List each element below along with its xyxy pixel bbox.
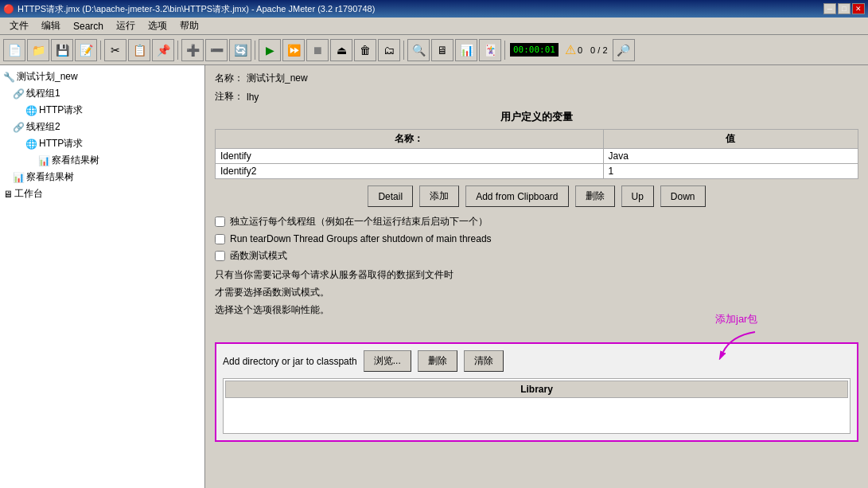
classpath-delete-button[interactable]: 删除	[418, 350, 457, 372]
tree-panel: 🔧 测试计划_new 🔗 线程组1 🌐 HTTP请求 🔗 线程组2 🌐 HTTP…	[0, 65, 205, 488]
toolbar-refresh-button[interactable]: 🔄	[229, 39, 251, 61]
col-value: 值	[603, 130, 858, 149]
menu-file[interactable]: 文件	[3, 18, 35, 34]
checkbox-row-2: Run tearDown Thread Groups after shutdow…	[215, 233, 858, 244]
result1-label: 察看结果树	[52, 154, 99, 167]
add-button[interactable]: 添加	[419, 185, 459, 207]
toolbar-zoom-button[interactable]: 🔎	[613, 39, 635, 61]
toolbar-clear-all-button[interactable]: 🗂	[378, 39, 400, 61]
result2-icon: 📊	[13, 172, 25, 183]
close-button[interactable]: ✕	[852, 3, 865, 14]
app-icon: 🔴	[3, 4, 14, 14]
menu-run[interactable]: 运行	[110, 18, 142, 34]
toolbar-cut-button[interactable]: ✂	[104, 39, 127, 61]
minimize-button[interactable]: ─	[823, 3, 836, 14]
toolbar-copy-button[interactable]: 📋	[128, 39, 150, 61]
tree-item-tg1[interactable]: 🔗 线程组1	[0, 85, 204, 102]
tree-item-workbench[interactable]: 🖥 工作台	[0, 185, 204, 202]
toolbar-search-button[interactable]: 🔍	[407, 39, 430, 61]
toolbar-start-no-pause-button[interactable]: ⏩	[282, 39, 305, 61]
menu-bar: 文件 编辑 Search 运行 选项 帮助	[0, 18, 868, 35]
toolbar-collapse-button[interactable]: ➖	[205, 39, 228, 61]
cb1-label: 独立运行每个线程组（例如在一个组运行结束后启动下一个）	[230, 215, 488, 228]
tg1-label: 线程组1	[26, 87, 60, 100]
tg1-icon: 🔗	[13, 88, 25, 100]
http2-icon: 🌐	[25, 139, 37, 150]
col-name: 名称：	[216, 130, 604, 149]
toolbar-expand-button[interactable]: ➕	[181, 39, 204, 61]
table-row[interactable]: Identify Java	[216, 149, 858, 164]
content-panel: 名称： 测试计划_new 注释： lhy 用户定义的变量 名称： 值	[205, 65, 868, 488]
row2-value: 1	[603, 164, 858, 179]
warning-icon: ⚠	[565, 42, 576, 57]
menu-search[interactable]: Search	[67, 19, 110, 33]
toolbar-save-button[interactable]: 💾	[51, 39, 73, 61]
page-counter: 0 / 2	[587, 45, 610, 55]
toolbar: 📄 📁 💾 📝 ✂ 📋 📌 ➕ ➖ 🔄 ▶ ⏩ ⏹ ⏏ 🗑 🗂 🔍 🖥 📊 🃏 …	[0, 35, 868, 65]
comment-label: 注释：	[215, 90, 243, 103]
toolbar-sep4	[403, 41, 404, 60]
toolbar-remote-button[interactable]: 🖥	[431, 39, 453, 61]
classpath-empty-row	[225, 400, 848, 431]
timer-display: 00:00:01	[510, 43, 559, 57]
table-row[interactable]: Identify2 1	[216, 164, 858, 179]
toolbar-shutdown-button[interactable]: ⏏	[330, 39, 352, 61]
menu-edit[interactable]: 编辑	[35, 18, 67, 34]
menu-help[interactable]: 帮助	[173, 18, 205, 34]
window-controls: ─ □ ✕	[823, 3, 865, 14]
up-button[interactable]: Up	[621, 185, 654, 207]
http1-label: HTTP请求	[39, 103, 83, 117]
tg2-icon: 🔗	[13, 122, 25, 133]
comment-row: 注释： lhy	[215, 90, 858, 103]
menu-options[interactable]: 选项	[142, 18, 173, 34]
browse-button[interactable]: 浏览...	[364, 350, 411, 372]
toolbar-templates-button[interactable]: 🃏	[479, 39, 501, 61]
tree-item-result1[interactable]: 📊 察看结果树	[0, 152, 204, 169]
toolbar-new-button[interactable]: 📄	[3, 39, 25, 61]
toolbar-sep2	[177, 41, 178, 60]
toolbar-log-button[interactable]: 📊	[455, 39, 477, 61]
cb-functional[interactable]	[215, 251, 225, 261]
row2-name: Identify2	[216, 164, 604, 179]
variables-table: 名称： 值 Identify Java Identify2 1	[215, 129, 858, 179]
cb2-label: Run tearDown Thread Groups after shutdow…	[230, 233, 492, 244]
http1-icon: 🌐	[25, 105, 37, 116]
toolbar-saveas-button[interactable]: 📝	[75, 39, 97, 61]
maximize-button[interactable]: □	[838, 3, 850, 14]
tree-item-http2[interactable]: 🌐 HTTP请求	[0, 135, 204, 152]
checkbox-row-3: 函数测试模式	[215, 249, 858, 263]
classpath-header: Add directory or jar to classpath 浏览... …	[223, 350, 850, 372]
content-inner: 名称： 测试计划_new 注释： lhy 用户定义的变量 名称： 值	[205, 65, 868, 448]
annotation-area: 添加jar包	[215, 320, 858, 336]
library-col: Library	[225, 381, 848, 398]
detail-button[interactable]: Detail	[368, 185, 413, 207]
workbench-label: 工作台	[14, 187, 43, 201]
tg2-label: 线程组2	[26, 120, 60, 134]
tree-item-http1[interactable]: 🌐 HTTP请求	[0, 102, 204, 119]
warning-count: 0	[578, 45, 582, 55]
window-title: HTTPS请求.jmx (D:\apache-jmeter-3.2\bin\HT…	[14, 3, 823, 15]
tree-item-plan[interactable]: 🔧 测试计划_new	[0, 68, 204, 85]
classpath-table: Library	[223, 378, 850, 434]
add-from-clipboard-button[interactable]: Add from Clipboard	[465, 185, 568, 207]
delete-button[interactable]: 删除	[575, 185, 615, 207]
classpath-empty-cell	[225, 400, 848, 431]
toolbar-clear-button[interactable]: 🗑	[354, 39, 376, 61]
tree-item-tg2[interactable]: 🔗 线程组2	[0, 119, 204, 135]
cb3-label: 函数测试模式	[230, 249, 287, 263]
tree-item-result2[interactable]: 📊 察看结果树	[0, 169, 204, 185]
result2-label: 察看结果树	[26, 170, 74, 184]
cb-independent[interactable]	[215, 217, 225, 227]
toolbar-stop-button[interactable]: ⏹	[306, 39, 329, 61]
classpath-clear-button[interactable]: 清除	[464, 350, 504, 372]
down-button[interactable]: Down	[660, 185, 706, 207]
toolbar-open-button[interactable]: 📁	[27, 39, 49, 61]
plan-label: 测试计划_new	[17, 70, 78, 84]
desc-text-3: 选择这个选项很影响性能。	[215, 303, 858, 317]
workbench-icon: 🖥	[3, 189, 13, 200]
toolbar-paste-button[interactable]: 📌	[152, 39, 174, 61]
title-bar: 🔴 HTTPS请求.jmx (D:\apache-jmeter-3.2\bin\…	[0, 0, 868, 18]
cb-teardown[interactable]	[215, 234, 225, 244]
row1-value: Java	[603, 149, 858, 164]
toolbar-start-button[interactable]: ▶	[259, 39, 281, 61]
